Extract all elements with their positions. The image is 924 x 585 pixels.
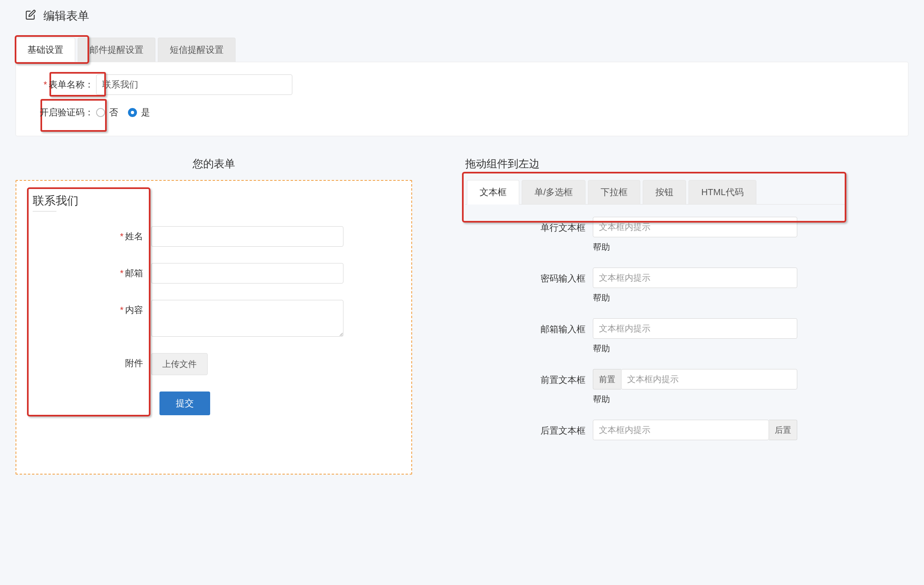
component-password[interactable]: 密码输入框 帮助 — [465, 268, 846, 313]
help-text: 帮助 — [593, 241, 797, 253]
component-prefix[interactable]: 前置文本框 前置 帮助 — [465, 369, 846, 414]
email-input[interactable] — [151, 263, 343, 284]
component-tab-button[interactable]: 按钮 — [643, 180, 686, 205]
form-name-label: *表单名称： — [31, 79, 96, 91]
submit-button[interactable]: 提交 — [159, 392, 210, 415]
component-tabs: 文本框 单/多选框 下拉框 按钮 HTML代码 — [465, 180, 846, 205]
page-title: 编辑表单 — [43, 8, 89, 24]
radio-icon — [96, 108, 105, 117]
settings-tabs: 基础设置 邮件提醒设置 短信提醒设置 — [16, 38, 908, 62]
suffix-addon: 后置 — [769, 420, 797, 440]
captcha-radio-no[interactable]: 否 — [96, 106, 118, 119]
form-name-input[interactable] — [96, 74, 292, 95]
upload-file-button[interactable]: 上传文件 — [151, 353, 208, 375]
components-column-title: 拖动组件到左边 — [465, 157, 846, 171]
name-input[interactable] — [151, 226, 343, 247]
tab-email-reminder[interactable]: 邮件提醒设置 — [78, 38, 155, 62]
prefix-addon: 前置 — [593, 369, 621, 389]
help-text: 帮助 — [593, 343, 797, 354]
component-tab-dropdown[interactable]: 下拉框 — [588, 180, 640, 205]
field-label-name: *姓名 — [33, 226, 151, 243]
component-single-line[interactable]: 单行文本框 帮助 — [465, 217, 846, 262]
component-suffix[interactable]: 后置文本框 后置 — [465, 420, 846, 440]
email-component-input[interactable] — [593, 318, 797, 339]
edit-icon — [25, 9, 36, 23]
captcha-label: 开启验证码： — [31, 106, 96, 119]
content-textarea[interactable] — [151, 300, 343, 337]
tab-sms-reminder[interactable]: 短信提醒设置 — [158, 38, 235, 62]
captcha-radio-yes[interactable]: 是 — [128, 106, 150, 119]
component-tab-htmlcode[interactable]: HTML代码 — [689, 180, 756, 205]
component-body: 单行文本框 帮助 密码输入框 帮助 邮箱输入框 — [465, 204, 846, 440]
radio-icon — [128, 108, 137, 117]
single-line-input[interactable] — [593, 217, 797, 237]
preview-form-title: 联系我们 — [33, 193, 395, 209]
title-underline — [33, 211, 56, 212]
suffix-input[interactable] — [593, 420, 769, 440]
field-label-email: *邮箱 — [33, 263, 151, 279]
help-text: 帮助 — [593, 394, 797, 405]
page-header: 编辑表单 — [16, 8, 908, 24]
field-label-content: *内容 — [33, 300, 151, 316]
tab-basic-settings[interactable]: 基础设置 — [16, 38, 75, 62]
prefix-input[interactable] — [621, 369, 797, 389]
form-preview[interactable]: 联系我们 *姓名 *邮箱 *内容 附件 上传文件 — [16, 180, 412, 475]
component-tab-radio-checkbox[interactable]: 单/多选框 — [522, 180, 585, 205]
password-input[interactable] — [593, 268, 797, 288]
preview-column-title: 您的表单 — [16, 157, 412, 171]
component-tab-textbox[interactable]: 文本框 — [467, 180, 519, 205]
component-email[interactable]: 邮箱输入框 帮助 — [465, 318, 846, 363]
field-label-attachment: 附件 — [33, 353, 151, 369]
settings-panel: *表单名称： 开启验证码： 否 是 — [16, 62, 908, 136]
help-text: 帮助 — [593, 292, 797, 304]
